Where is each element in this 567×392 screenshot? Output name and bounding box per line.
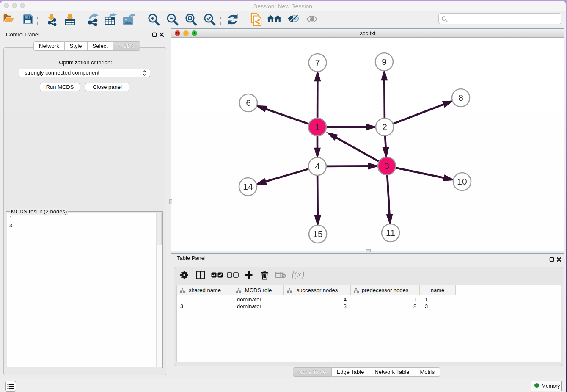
svg-text:7: 7	[315, 58, 320, 67]
svg-text:1: 1	[315, 122, 320, 132]
svg-text:4: 4	[315, 161, 320, 171]
svg-text:11: 11	[386, 228, 395, 237]
svg-text:2: 2	[382, 122, 387, 132]
svg-text:6: 6	[246, 98, 251, 108]
svg-text:8: 8	[458, 93, 463, 102]
svg-text:10: 10	[457, 177, 467, 186]
svg-text:15: 15	[313, 229, 322, 239]
svg-text:3: 3	[384, 161, 389, 171]
svg-text:9: 9	[382, 57, 387, 66]
svg-text:14: 14	[243, 182, 253, 191]
